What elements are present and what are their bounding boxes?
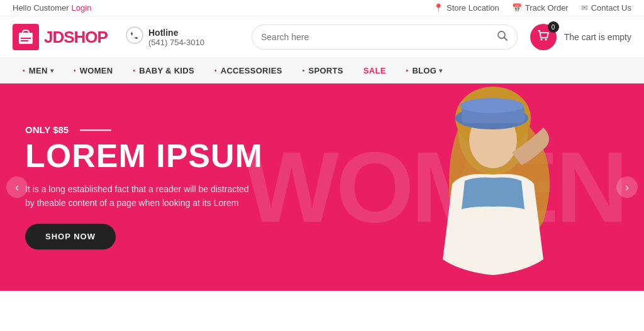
cart-area: 0 The cart is empty [530, 24, 631, 50]
nav-dot-blog: • [406, 67, 409, 74]
hero-title: LOREM IPSUM [25, 139, 263, 173]
track-order-label: Track Order [525, 3, 569, 13]
logo[interactable]: JDSHOP [13, 24, 113, 50]
top-bar: Hello Customer Login 📍 Store Location 📅 … [0, 0, 644, 16]
store-location-label: Store Location [447, 3, 499, 13]
shop-now-button[interactable]: SHOP NOW [25, 224, 116, 250]
nav-item-accessories[interactable]: • ACCESSORIES [204, 58, 292, 83]
nav-label-baby: BABY & KIDS [139, 66, 194, 75]
svg-rect-2 [21, 40, 28, 41]
store-location-link[interactable]: 📍 Store Location [433, 3, 499, 13]
nav-dot-accessories: • [214, 67, 217, 74]
track-order-link[interactable]: 📅 Track Order [512, 3, 569, 13]
svg-line-5 [504, 38, 507, 41]
hero-description: It is a long established fact that a rea… [25, 182, 252, 210]
hotline-info: Hotline (541) 754-3010 [148, 28, 204, 47]
cart-button[interactable]: 0 [530, 24, 557, 50]
main-nav: • MEN ▾ • WOMEN • BABY & KIDS • ACCESSOR… [0, 58, 644, 84]
phone-icon [126, 26, 143, 48]
nav-dot-baby: • [133, 67, 136, 74]
nav-item-men[interactable]: • MEN ▾ [13, 58, 64, 83]
slider-prev-button[interactable]: ‹ [6, 176, 28, 198]
login-link[interactable]: Login [72, 3, 92, 13]
hero-price: ONLY $85 [25, 124, 263, 135]
hero-woman-svg [330, 84, 631, 291]
hotline-label: Hotline [148, 28, 204, 38]
cart-icon [536, 29, 550, 46]
nav-label-sports: SPORTS [308, 66, 343, 75]
nav-item-women[interactable]: • WOMEN [64, 58, 123, 83]
search-bar [252, 24, 518, 50]
top-bar-left: Hello Customer Login [13, 3, 91, 13]
logo-icon [13, 24, 39, 50]
slider-next-button[interactable]: › [616, 176, 638, 198]
calendar-icon: 📅 [512, 3, 522, 13]
svg-point-6 [540, 38, 542, 40]
hotline: Hotline (541) 754-3010 [126, 26, 239, 48]
nav-label-accessories: ACCESSORIES [221, 66, 282, 75]
logo-text: JDSHOP [44, 28, 108, 47]
top-bar-right: 📍 Store Location 📅 Track Order ✉ Contact… [433, 3, 631, 13]
search-button[interactable] [497, 30, 508, 44]
nav-dot-women: • [74, 67, 76, 74]
greeting-text: Hello Customer [13, 3, 69, 13]
nav-item-sale[interactable]: SALE [353, 58, 396, 83]
mail-icon: ✉ [581, 3, 588, 13]
cart-badge: 0 [548, 21, 559, 33]
hotline-number: (541) 754-3010 [148, 38, 204, 47]
header: JDSHOP Hotline (541) 754-3010 [0, 16, 644, 58]
svg-point-7 [545, 38, 547, 40]
hero-content: ONLY $85 LOREM IPSUM It is a long establ… [25, 124, 263, 249]
contact-us-link[interactable]: ✉ Contact Us [581, 3, 631, 13]
nav-label-women: WOMEN [80, 66, 113, 75]
cart-empty-text: The cart is empty [564, 32, 631, 42]
chevron-down-icon-men: ▾ [50, 67, 53, 74]
svg-rect-1 [21, 38, 31, 39]
nav-label-blog: BLOG [412, 66, 436, 75]
nav-item-blog[interactable]: • BLOG ▾ [396, 58, 453, 83]
nav-item-baby[interactable]: • BABY & KIDS [123, 58, 204, 83]
search-input[interactable] [261, 32, 497, 42]
contact-us-label: Contact Us [591, 3, 631, 13]
svg-point-13 [460, 98, 523, 113]
nav-dot-men: • [23, 67, 25, 74]
svg-point-3 [126, 27, 143, 43]
location-icon: 📍 [433, 3, 443, 13]
nav-item-sports[interactable]: • SPORTS [292, 58, 353, 83]
hero-banner: WOMEN ONLY $85 LOREM IPSUM It is a lon [0, 84, 644, 291]
nav-label-sale: SALE [364, 66, 386, 75]
hero-image-area [317, 84, 644, 291]
nav-label-men: MEN [29, 66, 48, 75]
nav-dot-sports: • [303, 67, 305, 74]
chevron-down-icon-blog: ▾ [439, 67, 442, 74]
